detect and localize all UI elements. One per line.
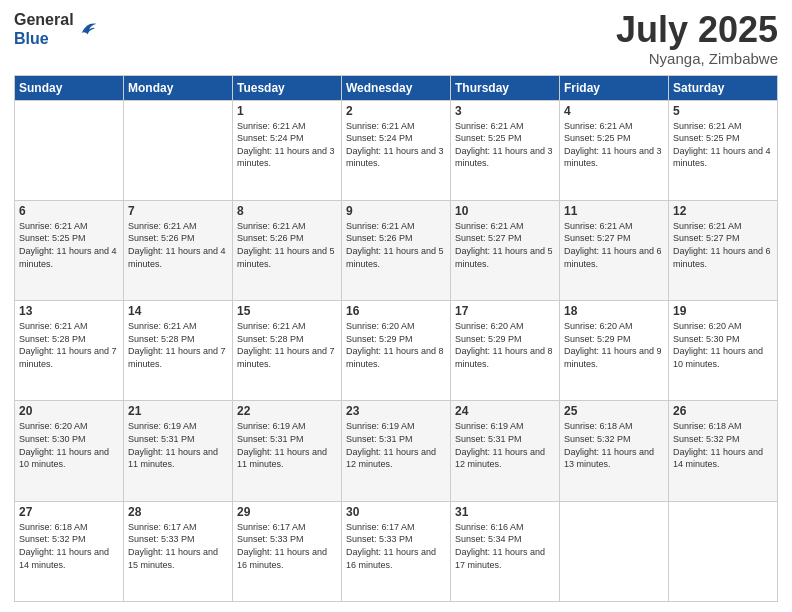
day-info: Sunrise: 6:19 AM Sunset: 5:31 PM Dayligh… — [455, 420, 555, 470]
day-number: 20 — [19, 404, 119, 418]
cell-4-5: 24Sunrise: 6:19 AM Sunset: 5:31 PM Dayli… — [451, 401, 560, 501]
cell-4-1: 20Sunrise: 6:20 AM Sunset: 5:30 PM Dayli… — [15, 401, 124, 501]
day-info: Sunrise: 6:19 AM Sunset: 5:31 PM Dayligh… — [237, 420, 337, 470]
day-info: Sunrise: 6:17 AM Sunset: 5:33 PM Dayligh… — [237, 521, 337, 571]
day-info: Sunrise: 6:21 AM Sunset: 5:25 PM Dayligh… — [455, 120, 555, 170]
day-info: Sunrise: 6:21 AM Sunset: 5:26 PM Dayligh… — [346, 220, 446, 270]
cell-5-3: 29Sunrise: 6:17 AM Sunset: 5:33 PM Dayli… — [233, 501, 342, 601]
day-number: 18 — [564, 304, 664, 318]
day-number: 2 — [346, 104, 446, 118]
day-info: Sunrise: 6:21 AM Sunset: 5:26 PM Dayligh… — [237, 220, 337, 270]
day-info: Sunrise: 6:21 AM Sunset: 5:27 PM Dayligh… — [673, 220, 773, 270]
day-info: Sunrise: 6:20 AM Sunset: 5:29 PM Dayligh… — [455, 320, 555, 370]
cell-3-2: 14Sunrise: 6:21 AM Sunset: 5:28 PM Dayli… — [124, 301, 233, 401]
week-row-2: 6Sunrise: 6:21 AM Sunset: 5:25 PM Daylig… — [15, 200, 778, 300]
day-number: 7 — [128, 204, 228, 218]
col-wednesday: Wednesday — [342, 75, 451, 100]
day-number: 12 — [673, 204, 773, 218]
col-monday: Monday — [124, 75, 233, 100]
cell-4-3: 22Sunrise: 6:19 AM Sunset: 5:31 PM Dayli… — [233, 401, 342, 501]
col-saturday: Saturday — [669, 75, 778, 100]
day-info: Sunrise: 6:21 AM Sunset: 5:28 PM Dayligh… — [128, 320, 228, 370]
day-number: 21 — [128, 404, 228, 418]
cell-5-1: 27Sunrise: 6:18 AM Sunset: 5:32 PM Dayli… — [15, 501, 124, 601]
week-row-4: 20Sunrise: 6:20 AM Sunset: 5:30 PM Dayli… — [15, 401, 778, 501]
day-number: 10 — [455, 204, 555, 218]
day-number: 13 — [19, 304, 119, 318]
day-number: 4 — [564, 104, 664, 118]
day-info: Sunrise: 6:21 AM Sunset: 5:28 PM Dayligh… — [237, 320, 337, 370]
day-info: Sunrise: 6:20 AM Sunset: 5:30 PM Dayligh… — [19, 420, 119, 470]
logo-general: General — [14, 11, 74, 28]
cell-2-5: 10Sunrise: 6:21 AM Sunset: 5:27 PM Dayli… — [451, 200, 560, 300]
day-number: 9 — [346, 204, 446, 218]
cell-4-7: 26Sunrise: 6:18 AM Sunset: 5:32 PM Dayli… — [669, 401, 778, 501]
day-number: 25 — [564, 404, 664, 418]
day-number: 11 — [564, 204, 664, 218]
day-number: 17 — [455, 304, 555, 318]
cell-1-3: 1Sunrise: 6:21 AM Sunset: 5:24 PM Daylig… — [233, 100, 342, 200]
day-number: 5 — [673, 104, 773, 118]
day-info: Sunrise: 6:21 AM Sunset: 5:27 PM Dayligh… — [564, 220, 664, 270]
day-number: 14 — [128, 304, 228, 318]
day-info: Sunrise: 6:17 AM Sunset: 5:33 PM Dayligh… — [128, 521, 228, 571]
day-info: Sunrise: 6:21 AM Sunset: 5:26 PM Dayligh… — [128, 220, 228, 270]
day-info: Sunrise: 6:21 AM Sunset: 5:25 PM Dayligh… — [564, 120, 664, 170]
cell-2-4: 9Sunrise: 6:21 AM Sunset: 5:26 PM Daylig… — [342, 200, 451, 300]
cell-3-4: 16Sunrise: 6:20 AM Sunset: 5:29 PM Dayli… — [342, 301, 451, 401]
day-number: 28 — [128, 505, 228, 519]
day-number: 1 — [237, 104, 337, 118]
day-info: Sunrise: 6:21 AM Sunset: 5:24 PM Dayligh… — [237, 120, 337, 170]
cell-5-4: 30Sunrise: 6:17 AM Sunset: 5:33 PM Dayli… — [342, 501, 451, 601]
day-info: Sunrise: 6:21 AM Sunset: 5:27 PM Dayligh… — [455, 220, 555, 270]
day-info: Sunrise: 6:21 AM Sunset: 5:25 PM Dayligh… — [19, 220, 119, 270]
week-row-5: 27Sunrise: 6:18 AM Sunset: 5:32 PM Dayli… — [15, 501, 778, 601]
day-number: 29 — [237, 505, 337, 519]
calendar-table: Sunday Monday Tuesday Wednesday Thursday… — [14, 75, 778, 602]
day-number: 31 — [455, 505, 555, 519]
day-info: Sunrise: 6:18 AM Sunset: 5:32 PM Dayligh… — [673, 420, 773, 470]
cell-1-1 — [15, 100, 124, 200]
logo-bird-icon — [76, 18, 98, 40]
day-number: 6 — [19, 204, 119, 218]
day-number: 3 — [455, 104, 555, 118]
day-info: Sunrise: 6:20 AM Sunset: 5:29 PM Dayligh… — [564, 320, 664, 370]
day-info: Sunrise: 6:16 AM Sunset: 5:34 PM Dayligh… — [455, 521, 555, 571]
week-row-3: 13Sunrise: 6:21 AM Sunset: 5:28 PM Dayli… — [15, 301, 778, 401]
header: General Blue July 2025 Nyanga, Zimbabwe — [14, 10, 778, 67]
cell-5-7 — [669, 501, 778, 601]
day-info: Sunrise: 6:19 AM Sunset: 5:31 PM Dayligh… — [346, 420, 446, 470]
day-info: Sunrise: 6:19 AM Sunset: 5:31 PM Dayligh… — [128, 420, 228, 470]
cell-3-6: 18Sunrise: 6:20 AM Sunset: 5:29 PM Dayli… — [560, 301, 669, 401]
cell-2-6: 11Sunrise: 6:21 AM Sunset: 5:27 PM Dayli… — [560, 200, 669, 300]
col-tuesday: Tuesday — [233, 75, 342, 100]
location: Nyanga, Zimbabwe — [616, 50, 778, 67]
cell-3-7: 19Sunrise: 6:20 AM Sunset: 5:30 PM Dayli… — [669, 301, 778, 401]
cell-2-2: 7Sunrise: 6:21 AM Sunset: 5:26 PM Daylig… — [124, 200, 233, 300]
day-number: 26 — [673, 404, 773, 418]
day-number: 15 — [237, 304, 337, 318]
day-number: 19 — [673, 304, 773, 318]
header-row: Sunday Monday Tuesday Wednesday Thursday… — [15, 75, 778, 100]
day-info: Sunrise: 6:17 AM Sunset: 5:33 PM Dayligh… — [346, 521, 446, 571]
day-info: Sunrise: 6:18 AM Sunset: 5:32 PM Dayligh… — [564, 420, 664, 470]
day-info: Sunrise: 6:21 AM Sunset: 5:24 PM Dayligh… — [346, 120, 446, 170]
cell-2-3: 8Sunrise: 6:21 AM Sunset: 5:26 PM Daylig… — [233, 200, 342, 300]
cell-2-1: 6Sunrise: 6:21 AM Sunset: 5:25 PM Daylig… — [15, 200, 124, 300]
cell-1-2 — [124, 100, 233, 200]
day-info: Sunrise: 6:18 AM Sunset: 5:32 PM Dayligh… — [19, 521, 119, 571]
day-number: 16 — [346, 304, 446, 318]
day-number: 27 — [19, 505, 119, 519]
cell-3-3: 15Sunrise: 6:21 AM Sunset: 5:28 PM Dayli… — [233, 301, 342, 401]
day-number: 30 — [346, 505, 446, 519]
day-number: 8 — [237, 204, 337, 218]
day-info: Sunrise: 6:21 AM Sunset: 5:28 PM Dayligh… — [19, 320, 119, 370]
cell-3-5: 17Sunrise: 6:20 AM Sunset: 5:29 PM Dayli… — [451, 301, 560, 401]
cell-5-5: 31Sunrise: 6:16 AM Sunset: 5:34 PM Dayli… — [451, 501, 560, 601]
day-number: 22 — [237, 404, 337, 418]
day-info: Sunrise: 6:20 AM Sunset: 5:30 PM Dayligh… — [673, 320, 773, 370]
cell-1-5: 3Sunrise: 6:21 AM Sunset: 5:25 PM Daylig… — [451, 100, 560, 200]
month-title: July 2025 — [616, 10, 778, 50]
cell-1-6: 4Sunrise: 6:21 AM Sunset: 5:25 PM Daylig… — [560, 100, 669, 200]
logo-text: General Blue — [14, 10, 74, 48]
